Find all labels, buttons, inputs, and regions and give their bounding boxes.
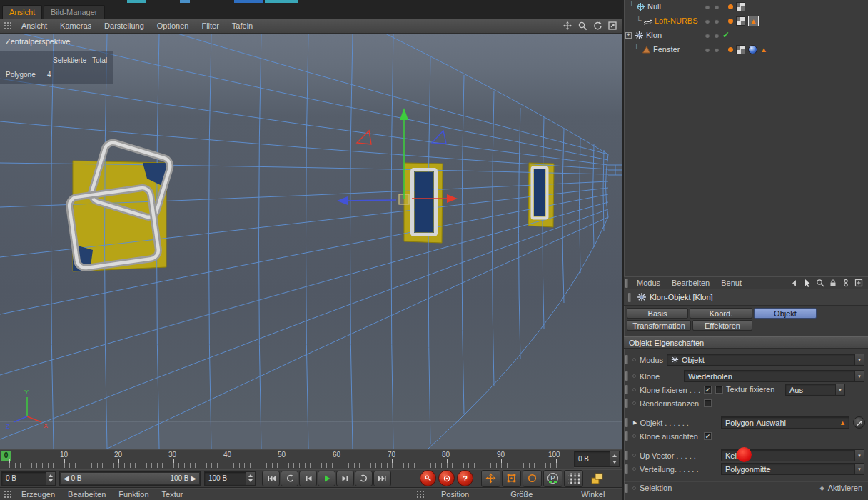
spin-up-icon[interactable] bbox=[49, 474, 53, 477]
anim-track-dot[interactable] bbox=[632, 374, 636, 378]
object-row-null[interactable]: └ Null bbox=[624, 0, 868, 14]
verteilung-dropdown[interactable]: Polygonmitte ▼ bbox=[721, 463, 864, 475]
object-picker-button[interactable] bbox=[853, 416, 865, 429]
checkbox-textur-fixieren[interactable] bbox=[715, 386, 723, 394]
spin-up-icon[interactable] bbox=[612, 454, 617, 457]
enabled-check-icon[interactable]: ✓ bbox=[722, 30, 730, 40]
row-handle[interactable] bbox=[625, 484, 628, 493]
search-icon[interactable] bbox=[814, 278, 825, 288]
object-label[interactable]: Klon bbox=[646, 31, 662, 39]
snap-grid-button[interactable] bbox=[564, 470, 583, 487]
material-sphere-icon[interactable] bbox=[748, 45, 757, 54]
expander-right-icon[interactable]: ▶ bbox=[633, 420, 637, 426]
layer-dot-icon[interactable] bbox=[728, 47, 733, 52]
rotate-tool-button[interactable] bbox=[523, 470, 542, 487]
render-visibility-dot[interactable] bbox=[715, 19, 719, 24]
coord-system-button[interactable]: P bbox=[543, 470, 562, 487]
texture-tag-icon[interactable] bbox=[736, 45, 745, 54]
scale-tool-button[interactable] bbox=[502, 470, 521, 487]
object-row-loft-nurbs[interactable]: └ Loft-NURBS ▲ bbox=[624, 14, 868, 28]
klone-dropdown[interactable]: Wiederholen ▼ bbox=[684, 370, 864, 382]
row-handle[interactable] bbox=[625, 399, 628, 408]
am-menu-modus[interactable]: Modus bbox=[631, 279, 666, 287]
viewport-3d[interactable]: Zentralperspektive Selektierte Total Pol… bbox=[0, 34, 622, 449]
tab-koord[interactable]: Koord. bbox=[690, 308, 752, 319]
menubar-grip-icon[interactable] bbox=[416, 490, 424, 499]
tab-objekt[interactable]: Objekt bbox=[754, 308, 817, 319]
play-button[interactable] bbox=[318, 471, 335, 486]
object-manager[interactable]: └ Null └ Loft-NURBS bbox=[624, 0, 868, 276]
row-handle[interactable] bbox=[625, 385, 628, 394]
menubar-grip-icon[interactable] bbox=[4, 21, 11, 30]
render-visibility-dot[interactable] bbox=[715, 5, 719, 9]
spin-up-icon[interactable] bbox=[248, 474, 253, 477]
viewport-menu-optionen[interactable]: Optionen bbox=[151, 21, 196, 30]
anim-track-dot[interactable] bbox=[632, 454, 636, 457]
object-row-fenster[interactable]: └ Fenster ▲ bbox=[624, 43, 868, 56]
texture-tag-icon[interactable] bbox=[736, 16, 745, 26]
anim-track-dot[interactable] bbox=[632, 388, 636, 391]
aktivieren-button[interactable]: Aktivieren bbox=[828, 484, 862, 492]
menu-funktion[interactable]: Funktion bbox=[112, 490, 155, 499]
viewport-menu-darstellung[interactable]: Darstellung bbox=[98, 21, 151, 30]
render-visibility-dot[interactable] bbox=[715, 48, 719, 52]
polygon-selection-tag-icon[interactable]: ▲ bbox=[748, 16, 759, 26]
menu-erzeugen[interactable]: Erzeugen bbox=[15, 490, 61, 499]
spin-down-icon[interactable] bbox=[248, 479, 253, 482]
move-tool-button[interactable] bbox=[481, 470, 500, 487]
spinner-arrows[interactable] bbox=[246, 472, 255, 485]
preview-range-slider[interactable]: ◀ 0 B 100 B ▶ bbox=[59, 471, 201, 486]
tab-transformation[interactable]: Transformation bbox=[627, 320, 691, 331]
anim-track-dot[interactable] bbox=[632, 486, 636, 490]
step-forward-button[interactable] bbox=[336, 471, 354, 486]
tab-basis[interactable]: Basis bbox=[627, 308, 688, 319]
viewport-menu-filter[interactable]: Filter bbox=[195, 21, 225, 30]
viewport-menu-kameras[interactable]: Kameras bbox=[54, 21, 98, 30]
link-icon[interactable] bbox=[840, 278, 851, 288]
anim-track-dot[interactable] bbox=[632, 467, 636, 471]
tab-ansicht[interactable]: Ansicht bbox=[2, 5, 42, 19]
viewport-menu-tafeln[interactable]: Tafeln bbox=[226, 21, 259, 30]
back-icon[interactable] bbox=[789, 278, 799, 288]
pan-view-icon[interactable] bbox=[561, 20, 574, 31]
loop-forward-button[interactable] bbox=[355, 471, 373, 486]
spinner-arrows[interactable] bbox=[46, 472, 55, 485]
lock-icon[interactable] bbox=[827, 278, 838, 288]
gizmo-z-axis[interactable] bbox=[345, 200, 396, 201]
am-menu-benutzer[interactable]: Benut bbox=[715, 279, 747, 287]
tab-bild-manager[interactable]: Bild-Manager bbox=[44, 5, 104, 19]
timeline-end-spinner[interactable]: 0 B bbox=[574, 451, 620, 467]
polygon-selection-tag-icon[interactable]: ▲ bbox=[760, 45, 767, 54]
editor-visibility-dot[interactable] bbox=[705, 5, 710, 9]
zoom-view-icon[interactable] bbox=[576, 20, 589, 31]
am-menu-bearbeiten[interactable]: Bearbeiten bbox=[666, 279, 715, 287]
spinner-arrows[interactable] bbox=[610, 451, 619, 466]
menu-bearbeiten[interactable]: Bearbeiten bbox=[61, 490, 112, 499]
layer-dot-icon[interactable] bbox=[728, 19, 733, 24]
row-handle[interactable] bbox=[625, 418, 628, 427]
row-handle[interactable] bbox=[625, 355, 628, 364]
row-handle[interactable] bbox=[625, 371, 628, 381]
expander-icon[interactable]: + bbox=[625, 32, 632, 39]
row-handle[interactable] bbox=[625, 464, 628, 474]
object-label[interactable]: Loft-NURBS bbox=[655, 16, 698, 25]
viewport-menu-ansicht[interactable]: Ansicht bbox=[15, 21, 54, 30]
editor-visibility-dot[interactable] bbox=[705, 48, 710, 52]
spin-down-icon[interactable] bbox=[49, 479, 53, 482]
row-handle[interactable] bbox=[625, 431, 628, 441]
toggle-view-icon[interactable] bbox=[606, 20, 619, 31]
preview-range-handle[interactable]: ◀ 0 B 100 B ▶ bbox=[61, 473, 199, 484]
anim-track-dot[interactable] bbox=[632, 401, 636, 405]
textur-fixieren-dropdown[interactable]: Aus ▼ bbox=[785, 384, 845, 396]
browser-button[interactable] bbox=[590, 472, 605, 485]
autokey-button[interactable] bbox=[438, 470, 455, 486]
menu-textur[interactable]: Textur bbox=[156, 490, 190, 499]
checkbox-klone-ausrichten[interactable]: ✓ bbox=[704, 432, 712, 440]
layer-dot-icon[interactable] bbox=[728, 4, 733, 9]
panel-handle[interactable] bbox=[625, 279, 628, 288]
timeline-ruler[interactable]: 0 10 20 30 40 50 60 70 80 90 100 0 B bbox=[0, 449, 622, 469]
range-end-spinner[interactable]: 100 B bbox=[204, 471, 256, 486]
rotate-view-icon[interactable] bbox=[591, 20, 604, 31]
objekt-link-field[interactable]: Polygon-Auswahl ▲ bbox=[721, 416, 849, 429]
texture-tag-icon[interactable] bbox=[736, 2, 745, 11]
